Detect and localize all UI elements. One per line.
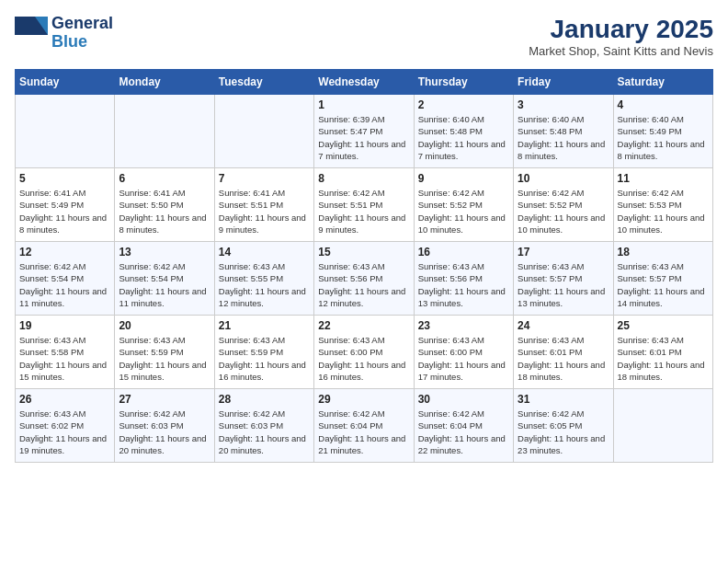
calendar-cell (214, 95, 313, 168)
calendar-table: SundayMondayTuesdayWednesdayThursdayFrid… (15, 69, 713, 463)
week-row-1: 1Sunrise: 6:39 AMSunset: 5:47 PMDaylight… (16, 95, 713, 168)
day-number: 28 (219, 393, 310, 406)
calendar-cell: 28Sunrise: 6:42 AMSunset: 6:03 PMDayligh… (214, 389, 313, 463)
page-header: General Blue January 2025 Market Shop, S… (15, 15, 713, 58)
calendar-header: SundayMondayTuesdayWednesdayThursdayFrid… (16, 70, 713, 95)
weekday-header-friday: Friday (514, 70, 613, 95)
day-number: 18 (618, 246, 709, 259)
day-number: 30 (418, 393, 509, 406)
day-info: Sunrise: 6:43 AMSunset: 6:02 PMDaylight:… (19, 408, 110, 456)
day-info: Sunrise: 6:42 AMSunset: 6:03 PMDaylight:… (119, 408, 210, 456)
day-number: 3 (518, 98, 609, 111)
day-number: 24 (518, 319, 609, 332)
day-number: 29 (318, 393, 409, 406)
day-info: Sunrise: 6:42 AMSunset: 6:04 PMDaylight:… (418, 408, 509, 456)
day-info: Sunrise: 6:42 AMSunset: 6:03 PMDaylight:… (219, 408, 310, 456)
calendar-cell: 23Sunrise: 6:43 AMSunset: 6:00 PMDayligh… (414, 316, 513, 389)
title-section: January 2025 Market Shop, Saint Kitts an… (529, 15, 713, 58)
day-info: Sunrise: 6:42 AMSunset: 5:51 PMDaylight:… (318, 187, 409, 236)
day-number: 21 (219, 319, 310, 332)
weekday-header-tuesday: Tuesday (214, 70, 313, 95)
logo-general-text: General (51, 15, 113, 33)
week-row-2: 5Sunrise: 6:41 AMSunset: 5:49 PMDaylight… (16, 168, 713, 242)
day-number: 17 (518, 246, 609, 259)
day-info: Sunrise: 6:43 AMSunset: 5:59 PMDaylight:… (219, 334, 310, 383)
calendar-cell: 11Sunrise: 6:42 AMSunset: 5:53 PMDayligh… (613, 168, 712, 242)
calendar-cell: 14Sunrise: 6:43 AMSunset: 5:55 PMDayligh… (214, 242, 313, 316)
logo-blue-text: Blue (51, 33, 113, 52)
calendar-cell: 2Sunrise: 6:40 AMSunset: 5:48 PMDaylight… (414, 95, 513, 168)
week-row-5: 26Sunrise: 6:43 AMSunset: 6:02 PMDayligh… (16, 389, 713, 463)
calendar-cell: 12Sunrise: 6:42 AMSunset: 5:54 PMDayligh… (16, 242, 115, 316)
logo: General Blue (15, 15, 113, 52)
day-info: Sunrise: 6:41 AMSunset: 5:49 PMDaylight:… (19, 187, 110, 236)
day-number: 12 (19, 246, 110, 259)
calendar-cell: 19Sunrise: 6:43 AMSunset: 5:58 PMDayligh… (16, 316, 115, 389)
day-number: 7 (219, 172, 310, 185)
day-info: Sunrise: 6:42 AMSunset: 5:53 PMDaylight:… (618, 187, 709, 236)
calendar-cell: 27Sunrise: 6:42 AMSunset: 6:03 PMDayligh… (115, 389, 214, 463)
calendar-subtitle: Market Shop, Saint Kitts and Nevis (529, 44, 713, 58)
calendar-cell: 24Sunrise: 6:43 AMSunset: 6:01 PMDayligh… (514, 316, 613, 389)
day-number: 16 (418, 246, 509, 259)
calendar-cell: 7Sunrise: 6:41 AMSunset: 5:51 PMDaylight… (214, 168, 313, 242)
day-number: 20 (119, 319, 210, 332)
week-row-4: 19Sunrise: 6:43 AMSunset: 5:58 PMDayligh… (16, 316, 713, 389)
day-number: 23 (418, 319, 509, 332)
weekday-header-monday: Monday (115, 70, 214, 95)
calendar-body: 1Sunrise: 6:39 AMSunset: 5:47 PMDaylight… (16, 95, 713, 463)
calendar-cell: 20Sunrise: 6:43 AMSunset: 5:59 PMDayligh… (115, 316, 214, 389)
day-info: Sunrise: 6:42 AMSunset: 5:54 PMDaylight:… (19, 260, 110, 309)
day-info: Sunrise: 6:40 AMSunset: 5:48 PMDaylight:… (418, 113, 509, 162)
day-info: Sunrise: 6:43 AMSunset: 6:01 PMDaylight:… (518, 334, 609, 383)
day-info: Sunrise: 6:41 AMSunset: 5:51 PMDaylight:… (219, 187, 310, 236)
calendar-cell: 9Sunrise: 6:42 AMSunset: 5:52 PMDaylight… (414, 168, 513, 242)
calendar-cell: 10Sunrise: 6:42 AMSunset: 5:52 PMDayligh… (514, 168, 613, 242)
calendar-cell: 15Sunrise: 6:43 AMSunset: 5:56 PMDayligh… (314, 242, 414, 316)
day-number: 1 (318, 98, 409, 111)
day-info: Sunrise: 6:43 AMSunset: 6:01 PMDaylight:… (618, 334, 709, 383)
day-info: Sunrise: 6:40 AMSunset: 5:49 PMDaylight:… (618, 113, 709, 162)
calendar-cell: 21Sunrise: 6:43 AMSunset: 5:59 PMDayligh… (214, 316, 313, 389)
calendar-cell: 26Sunrise: 6:43 AMSunset: 6:02 PMDayligh… (16, 389, 115, 463)
day-info: Sunrise: 6:43 AMSunset: 6:00 PMDaylight:… (418, 334, 509, 383)
day-info: Sunrise: 6:42 AMSunset: 6:04 PMDaylight:… (318, 408, 409, 456)
day-info: Sunrise: 6:42 AMSunset: 5:54 PMDaylight:… (119, 260, 210, 309)
calendar-cell: 25Sunrise: 6:43 AMSunset: 6:01 PMDayligh… (613, 316, 712, 389)
day-number: 27 (119, 393, 210, 406)
day-info: Sunrise: 6:40 AMSunset: 5:48 PMDaylight:… (518, 113, 609, 162)
day-info: Sunrise: 6:43 AMSunset: 5:57 PMDaylight:… (618, 260, 709, 309)
day-info: Sunrise: 6:42 AMSunset: 6:05 PMDaylight:… (518, 408, 609, 456)
day-info: Sunrise: 6:39 AMSunset: 5:47 PMDaylight:… (318, 113, 409, 162)
calendar-cell: 31Sunrise: 6:42 AMSunset: 6:05 PMDayligh… (514, 389, 613, 463)
calendar-cell (115, 95, 214, 168)
day-number: 5 (19, 172, 110, 185)
calendar-cell: 17Sunrise: 6:43 AMSunset: 5:57 PMDayligh… (514, 242, 613, 316)
weekday-header-saturday: Saturday (613, 70, 712, 95)
day-info: Sunrise: 6:43 AMSunset: 5:56 PMDaylight:… (318, 260, 409, 309)
calendar-cell (613, 389, 712, 463)
calendar-cell: 3Sunrise: 6:40 AMSunset: 5:48 PMDaylight… (514, 95, 613, 168)
weekday-row: SundayMondayTuesdayWednesdayThursdayFrid… (16, 70, 713, 95)
calendar-cell: 5Sunrise: 6:41 AMSunset: 5:49 PMDaylight… (16, 168, 115, 242)
day-number: 15 (318, 246, 409, 259)
calendar-cell: 13Sunrise: 6:42 AMSunset: 5:54 PMDayligh… (115, 242, 214, 316)
day-number: 10 (518, 172, 609, 185)
day-number: 4 (618, 98, 709, 111)
day-info: Sunrise: 6:43 AMSunset: 5:55 PMDaylight:… (219, 260, 310, 309)
day-number: 9 (418, 172, 509, 185)
calendar-cell: 18Sunrise: 6:43 AMSunset: 5:57 PMDayligh… (613, 242, 712, 316)
calendar-cell: 4Sunrise: 6:40 AMSunset: 5:49 PMDaylight… (613, 95, 712, 168)
weekday-header-sunday: Sunday (16, 70, 115, 95)
day-info: Sunrise: 6:42 AMSunset: 5:52 PMDaylight:… (518, 187, 609, 236)
day-number: 14 (219, 246, 310, 259)
calendar-cell: 30Sunrise: 6:42 AMSunset: 6:04 PMDayligh… (414, 389, 513, 463)
day-info: Sunrise: 6:43 AMSunset: 5:56 PMDaylight:… (418, 260, 509, 309)
day-number: 11 (618, 172, 709, 185)
calendar-cell: 22Sunrise: 6:43 AMSunset: 6:00 PMDayligh… (314, 316, 414, 389)
day-info: Sunrise: 6:43 AMSunset: 5:59 PMDaylight:… (119, 334, 210, 383)
day-number: 26 (19, 393, 110, 406)
weekday-header-thursday: Thursday (414, 70, 513, 95)
day-number: 8 (318, 172, 409, 185)
weekday-header-wednesday: Wednesday (314, 70, 414, 95)
